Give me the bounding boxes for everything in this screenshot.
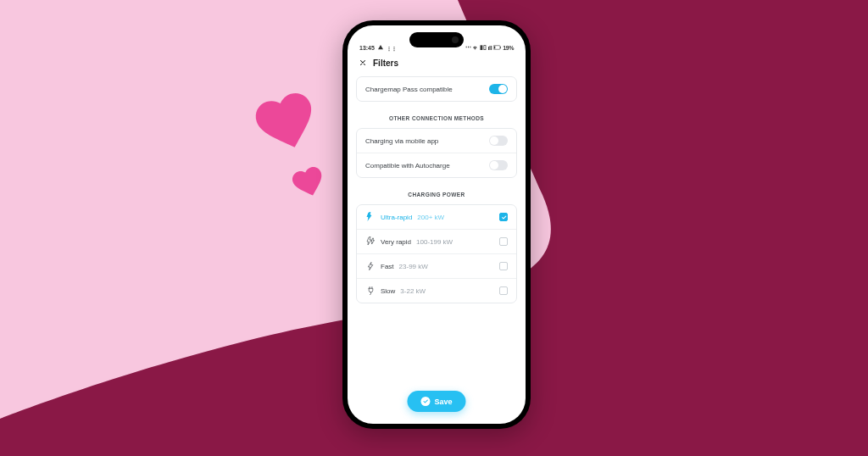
status-dots: ⋯	[465, 44, 471, 51]
phone-frame: 13:45 ⋮⋮ ⋯ ᯤ ▮▯ ıll 19% Filters Cha	[342, 20, 531, 429]
status-time: 13:45	[359, 45, 375, 51]
mobile-app-row: Charging via mobile app	[357, 129, 516, 153]
mobile-app-toggle[interactable]	[489, 136, 508, 146]
autocharge-label: Compatible with Autocharge	[365, 162, 450, 170]
airplay-icon	[377, 44, 384, 51]
pass-compat-row: Chargemap Pass compatible	[357, 77, 516, 101]
power-name: Slow	[381, 287, 395, 295]
bolt-fast-icon	[365, 212, 376, 222]
svg-rect-2	[500, 47, 501, 48]
signal2-icon: ıll	[488, 45, 492, 51]
charging-power-title: CHARGING POWER	[356, 178, 517, 204]
signal-icon: ▮▯	[480, 44, 486, 51]
heart-icon-large	[253, 88, 320, 156]
power-slow[interactable]: Slow 3-22 kW	[357, 278, 516, 303]
power-name: Fast	[381, 263, 394, 270]
power-checkbox[interactable]	[499, 286, 508, 295]
other-methods-card: Charging via mobile app Compatible with …	[356, 128, 517, 178]
wifi-icon: ᯤ	[473, 45, 479, 51]
status-indicator: ⋮⋮	[387, 45, 397, 51]
plug-icon	[365, 286, 376, 296]
power-ultra-rapid[interactable]: Ultra-rapid 200+ kW	[357, 205, 516, 229]
autocharge-toggle[interactable]	[489, 160, 508, 170]
power-name: Ultra-rapid	[381, 214, 412, 221]
power-checkbox[interactable]	[499, 237, 508, 246]
other-methods-title: OTHER CONNECTION METHODS	[356, 102, 517, 128]
bolt-double-icon	[365, 236, 376, 247]
save-button[interactable]: Save	[407, 391, 465, 412]
pass-compat-toggle[interactable]	[489, 84, 508, 94]
bolt-icon	[365, 261, 376, 271]
power-checkbox[interactable]	[499, 262, 508, 270]
battery-pct: 19%	[503, 45, 514, 51]
content-scroll[interactable]: Chargemap Pass compatible OTHER CONNECTI…	[348, 76, 526, 303]
power-very-rapid[interactable]: Very rapid 100-199 kW	[357, 229, 516, 253]
battery-icon	[493, 45, 501, 50]
power-range: 3-22 kW	[400, 287, 426, 295]
heart-icon-small	[291, 164, 326, 200]
pass-compat-card: Chargemap Pass compatible	[356, 76, 517, 102]
power-range: 200+ kW	[417, 214, 444, 221]
svg-rect-1	[494, 47, 496, 49]
filters-header: Filters	[348, 53, 526, 76]
power-checkbox[interactable]	[499, 213, 508, 221]
charging-power-card: Ultra-rapid 200+ kW Very rapid 100-199 k…	[356, 204, 517, 303]
dynamic-island	[409, 32, 464, 47]
autocharge-row: Compatible with Autocharge	[357, 153, 516, 177]
save-label: Save	[434, 398, 452, 406]
check-circle-icon	[420, 397, 430, 406]
page-title: Filters	[373, 58, 398, 68]
power-fast[interactable]: Fast 23-99 kW	[357, 253, 516, 278]
mobile-app-label: Charging via mobile app	[365, 137, 438, 145]
close-icon[interactable]	[358, 58, 368, 68]
power-name: Very rapid	[381, 238, 411, 246]
phone-screen: 13:45 ⋮⋮ ⋯ ᯤ ▮▯ ıll 19% Filters Cha	[348, 25, 526, 424]
power-range: 23-99 kW	[399, 263, 428, 270]
pass-compat-label: Chargemap Pass compatible	[365, 86, 453, 93]
power-range: 100-199 kW	[416, 238, 453, 246]
